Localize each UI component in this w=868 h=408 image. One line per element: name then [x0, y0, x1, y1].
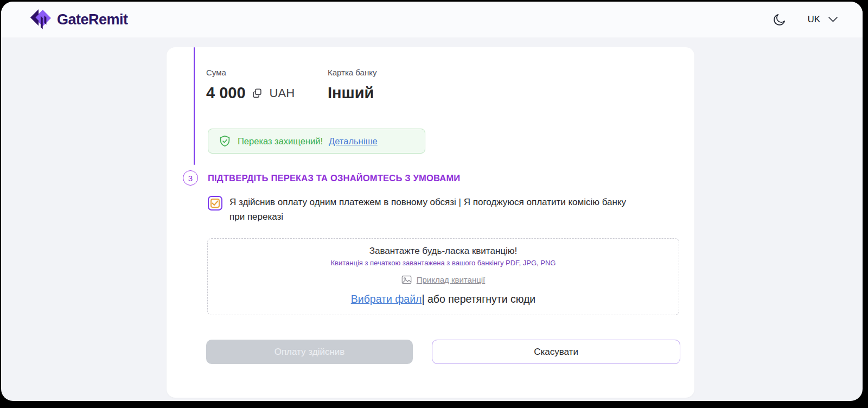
choose-file-link[interactable]: Вибрати файл — [351, 293, 422, 305]
bank-card-value: Інший — [328, 84, 374, 102]
receipt-example-label: Приклад квитанції — [417, 275, 486, 284]
confirmation-row: Я здійснив оплату одним платежем в повно… — [208, 195, 643, 224]
chevron-down-icon — [828, 17, 838, 22]
protection-banner: Переказ захищений! Детальніше — [208, 129, 425, 154]
confirmation-label: Я здійснив оплату одним платежем в повно… — [229, 195, 643, 224]
confirmation-checkbox[interactable] — [208, 196, 222, 211]
header-right: UK — [773, 12, 838, 27]
upload-subtitle: Квитанція з печаткою завантажена з вашог… — [208, 259, 679, 267]
amount-value: 4 000 — [206, 84, 246, 102]
header: GateRemit UK — [1, 2, 863, 37]
image-icon — [401, 275, 412, 284]
language-selector[interactable]: UK — [807, 14, 838, 25]
stepper-line — [194, 47, 195, 165]
amount-currency: UAH — [270, 86, 295, 100]
step-number-badge: 3 — [183, 170, 198, 186]
copy-icon[interactable] — [251, 87, 263, 99]
receipt-example-link[interactable]: Приклад квитанції — [401, 275, 486, 284]
amount-block: Сума 4 000 UAH — [206, 68, 295, 102]
protection-details-link[interactable]: Детальніше — [329, 136, 378, 146]
upload-title: Завантажте будь-ласка квитанцію! — [208, 246, 679, 257]
drag-hint: | або перетягнути сюди — [422, 293, 535, 305]
checkbox-check-icon — [210, 199, 220, 208]
step-3-header: 3 ПІДТВЕРДІТЬ ПЕРЕКАЗ ТА ОЗНАЙОМТЕСЬ З У… — [183, 170, 460, 186]
shield-check-icon — [218, 135, 232, 148]
transfer-card: Сума 4 000 UAH Картка банку Інший — [167, 47, 694, 398]
brand-name: GateRemit — [57, 11, 128, 28]
bank-card-label: Картка банку — [328, 68, 376, 77]
cancel-button[interactable]: Скасувати — [432, 340, 680, 364]
dark-mode-moon-icon[interactable] — [773, 12, 787, 27]
brand-logo-icon — [28, 9, 52, 30]
step-title: ПІДТВЕРДІТЬ ПЕРЕКАЗ ТА ОЗНАЙОМТЕСЬ З УМО… — [208, 173, 460, 183]
protection-message: Переказ захищений! — [238, 136, 323, 146]
receipt-dropzone[interactable]: Завантажте будь-ласка квитанцію! Квитанц… — [207, 238, 679, 315]
bank-card-block: Картка банку Інший — [328, 68, 376, 102]
brand-logo[interactable]: GateRemit — [28, 9, 128, 30]
payment-done-button[interactable]: Оплату здійснив — [206, 340, 413, 364]
app-window: GateRemit UK Сума 4 000 — [1, 2, 863, 401]
language-code: UK — [807, 14, 820, 25]
amount-label: Сума — [206, 68, 295, 77]
